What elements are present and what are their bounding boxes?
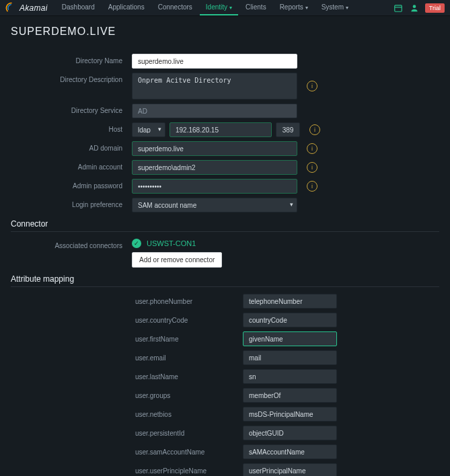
label-directory-service: Directory Service [11, 104, 132, 118]
info-icon[interactable]: i [307, 81, 317, 91]
attribute-row: user.samAccountName [11, 444, 439, 459]
label-admin-password: Admin password [11, 179, 132, 194]
row-directory-name: Directory Name [11, 54, 439, 69]
attribute-value-input[interactable] [243, 388, 337, 403]
attribute-row: user.countryCode [11, 313, 439, 327]
brand[interactable]: Akamai [5, 2, 48, 14]
attribute-value-input[interactable] [243, 426, 337, 440]
label-admin-account: Admin account [11, 160, 132, 175]
attribute-row: user.persistentId [11, 426, 439, 440]
row-host: Host ldap ▾ i [11, 122, 439, 137]
divider [11, 286, 439, 287]
row-associated-connectors: Associated connectors ✓ USWST-CON1 Add o… [11, 239, 439, 268]
host-scheme-select[interactable]: ldap [132, 122, 165, 137]
host-ip-input[interactable] [170, 122, 272, 137]
nav-item-reports[interactable]: Reports▾ [274, 0, 314, 15]
nav-item-identity[interactable]: Identity▾ [200, 0, 238, 15]
page: SUPERDEMO.LIVE Directory Name Directory … [0, 16, 450, 476]
connector-name: USWST-CON1 [147, 239, 196, 247]
akamai-logo-icon [5, 2, 17, 14]
attribute-value-input[interactable] [243, 444, 337, 459]
attribute-label: user.email [11, 354, 243, 362]
add-remove-connector-button[interactable]: Add or remove connector [132, 252, 222, 268]
directory-name-input[interactable] [132, 54, 297, 69]
brand-text: Akamai [20, 3, 48, 13]
admin-account-input[interactable] [132, 160, 297, 175]
nav-item-dashboard[interactable]: Dashboard [56, 0, 101, 15]
row-admin-password: Admin password i [11, 179, 439, 194]
info-icon[interactable]: i [309, 124, 320, 135]
label-associated-connectors: Associated connectors [11, 239, 132, 253]
attribute-row: user.phoneNumber [11, 294, 439, 309]
attribute-label: user.userPrincipleName [11, 467, 243, 475]
top-nav: Akamai DashboardApplicationsConnectorsId… [0, 0, 450, 16]
label-directory-name: Directory Name [11, 54, 132, 69]
attribute-label: user.countryCode [11, 317, 243, 324]
info-icon[interactable]: i [307, 143, 317, 154]
attribute-value-input[interactable] [243, 294, 337, 309]
nav-item-system[interactable]: System▾ [315, 0, 354, 15]
label-directory-description: Directory Description [11, 73, 132, 87]
attribute-row: user.lastName [11, 369, 439, 384]
attribute-value-input[interactable] [243, 463, 337, 476]
nav-item-clients[interactable]: Clients [239, 0, 272, 15]
svg-point-2 [412, 5, 416, 8]
attribute-value-input[interactable] [243, 331, 337, 346]
attribute-label: user.netbios [11, 411, 243, 418]
row-admin-account: Admin account i [11, 160, 439, 175]
page-title: SUPERDEMO.LIVE [11, 26, 439, 38]
attribute-row: user.email [11, 350, 439, 365]
svg-rect-0 [395, 5, 402, 11]
section-attribute-mapping-title: Attribute mapping [11, 274, 439, 284]
attribute-label: user.lastName [11, 373, 243, 381]
label-ad-domain: AD domain [11, 141, 132, 156]
section-connector-title: Connector [11, 219, 439, 229]
trial-badge[interactable]: Trial [425, 3, 445, 13]
label-login-preference: Login preference [11, 198, 132, 212]
nav-items: DashboardApplicationsConnectorsIdentity▾… [56, 0, 393, 15]
associated-connector: ✓ USWST-CON1 [132, 239, 222, 248]
directory-service-select[interactable]: AD [132, 104, 297, 118]
row-directory-description: Directory Description i [11, 73, 439, 100]
attribute-value-input[interactable] [243, 407, 337, 422]
nav-item-connectors[interactable]: Connectors [152, 0, 198, 15]
info-icon[interactable]: i [307, 181, 317, 192]
ad-domain-input[interactable] [132, 141, 297, 156]
chevron-down-icon: ▾ [305, 5, 308, 11]
row-login-preference: Login preference SAM account name ▾ [11, 198, 439, 212]
row-ad-domain: AD domain i [11, 141, 439, 156]
attribute-row: user.groups [11, 388, 439, 403]
calendar-icon[interactable] [393, 3, 404, 13]
attribute-value-input[interactable] [243, 313, 337, 327]
attribute-label: user.firstName [11, 335, 243, 343]
attribute-label: user.samAccountName [11, 448, 243, 456]
attribute-row: user.firstName [11, 331, 439, 346]
attribute-value-input[interactable] [243, 369, 337, 384]
row-directory-service: Directory Service AD [11, 104, 439, 118]
check-icon: ✓ [132, 239, 141, 248]
attribute-mapping-list: user.phoneNumberuser.countryCodeuser.fir… [11, 294, 439, 476]
attribute-row: user.netbios [11, 407, 439, 422]
attribute-label: user.persistentId [11, 430, 243, 437]
directory-description-input[interactable] [132, 73, 297, 100]
nav-item-applications[interactable]: Applications [102, 0, 151, 15]
login-preference-select[interactable]: SAM account name [132, 198, 297, 212]
attribute-label: user.groups [11, 392, 243, 399]
attribute-value-input[interactable] [243, 350, 337, 365]
host-port-input[interactable] [276, 122, 300, 137]
user-icon[interactable] [409, 3, 420, 13]
nav-right: Trial [393, 3, 445, 13]
chevron-down-icon: ▾ [346, 5, 348, 11]
chevron-down-icon: ▾ [229, 5, 232, 11]
attribute-label: user.phoneNumber [11, 298, 243, 305]
label-host: Host [11, 122, 132, 137]
info-icon[interactable]: i [307, 162, 317, 173]
attribute-row: user.userPrincipleName [11, 463, 439, 476]
admin-password-input[interactable] [132, 179, 297, 194]
divider [11, 231, 439, 232]
